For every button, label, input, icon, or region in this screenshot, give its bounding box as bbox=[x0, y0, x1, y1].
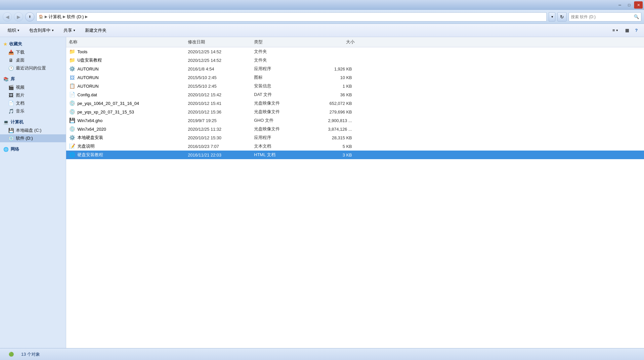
file-name: pe_yqs_xp_20_07_31_15_53 bbox=[77, 110, 134, 114]
file-type: 安装信息 bbox=[251, 83, 311, 89]
table-row[interactable]: 🖼 AUTORUN 2015/5/10 2:45 图标 10 KB bbox=[66, 73, 644, 82]
file-type: DAT 文件 bbox=[251, 92, 311, 98]
table-row[interactable]: 📁 Tools 2020/12/25 14:52 文件夹 bbox=[66, 47, 644, 56]
titlebar: ─ □ ✕ bbox=[0, 0, 644, 10]
file-icon: ⚙️ bbox=[69, 66, 75, 72]
sidebar-item-desktop[interactable]: 🖥 桌面 bbox=[0, 56, 66, 64]
share-button[interactable]: 共享 ▾ bbox=[59, 25, 79, 35]
local-c-label: 本地磁盘 (C:) bbox=[16, 127, 41, 133]
table-row[interactable]: ⚙️ 本地硬盘安装 2020/10/12 15:30 应用程序 28,315 K… bbox=[66, 133, 644, 142]
file-name: 硬盘安装教程 bbox=[77, 152, 103, 158]
maximize-button[interactable]: □ bbox=[625, 1, 633, 9]
sidebar-section-computer-header[interactable]: 💻 计算机 bbox=[0, 118, 66, 126]
sidebar-item-recent[interactable]: 🕐 最近访问的位置 bbox=[0, 64, 66, 72]
sidebar-item-local-c[interactable]: 💾 本地磁盘 (C:) bbox=[0, 126, 66, 134]
file-date: 2020/10/12 15:42 bbox=[185, 92, 251, 97]
table-row[interactable]: 📄 Config.dat 2020/10/12 15:42 DAT 文件 36 … bbox=[66, 90, 644, 99]
file-type: 图标 bbox=[251, 74, 311, 80]
file-size: 652,072 KB bbox=[311, 101, 357, 106]
view-icon: ≡ bbox=[612, 28, 615, 33]
breadcrumb-computer[interactable]: 计算机 bbox=[49, 14, 62, 20]
back-button[interactable]: ◀ bbox=[3, 12, 12, 22]
table-row[interactable]: 📝 光盘说明 2016/10/23 7:07 文本文档 5 KB bbox=[66, 142, 644, 151]
col-header-size[interactable]: 大小 bbox=[311, 38, 357, 46]
minimize-button[interactable]: ─ bbox=[616, 1, 624, 9]
file-date: 2016/1/8 4:54 bbox=[185, 67, 251, 71]
file-icon: 💿 bbox=[69, 100, 75, 107]
file-type: HTML 文档 bbox=[251, 152, 311, 158]
col-header-name[interactable]: 名称 bbox=[66, 38, 185, 46]
file-size: 3 KB bbox=[311, 153, 357, 158]
statusbar-count: 13 个对象 bbox=[21, 351, 40, 357]
file-size: 2,900,813 ... bbox=[311, 118, 357, 123]
preview-pane-button[interactable]: ▦ bbox=[623, 25, 631, 35]
file-size: 5 KB bbox=[311, 144, 357, 149]
help-button[interactable]: ? bbox=[632, 25, 641, 35]
file-date: 2019/9/7 19:25 bbox=[185, 118, 251, 123]
view-arrow: ▾ bbox=[616, 28, 618, 32]
address-dropdown-button[interactable]: ▾ bbox=[549, 12, 555, 22]
file-name: Config.dat bbox=[77, 92, 97, 97]
file-type: 光盘映像文件 bbox=[251, 109, 311, 115]
up-button[interactable]: ⬆ bbox=[25, 12, 34, 22]
music-icon: 🎵 bbox=[8, 108, 14, 114]
sidebar-section-library-header[interactable]: 📚 库 bbox=[0, 75, 66, 83]
sidebar-item-pictures[interactable]: 🖼 图片 bbox=[0, 91, 66, 99]
sidebar-item-video[interactable]: 🎬 视频 bbox=[0, 83, 66, 91]
sidebar-section-network-header[interactable]: 🌐 网络 bbox=[0, 145, 66, 154]
file-name-cell: 📋 AUTORUN bbox=[66, 83, 185, 89]
share-arrow: ▾ bbox=[73, 28, 75, 32]
file-list: 📁 Tools 2020/12/25 14:52 文件夹 📁 U盘安装教程 20… bbox=[66, 47, 644, 159]
sidebar-item-local-d[interactable]: 💿 软件 (D:) bbox=[0, 134, 66, 142]
pictures-label: 图片 bbox=[16, 92, 24, 98]
sidebar-item-downloads[interactable]: 📥 下载 bbox=[0, 48, 66, 56]
table-row[interactable]: 📋 AUTORUN 2015/5/10 2:45 安装信息 1 KB bbox=[66, 82, 644, 90]
file-size: 28,315 KB bbox=[311, 135, 357, 140]
file-name-cell: 📁 Tools bbox=[66, 48, 185, 55]
table-row[interactable]: 💾 Win7x64.gho 2019/9/7 19:25 GHO 文件 2,90… bbox=[66, 116, 644, 125]
recent-label: 最近访问的位置 bbox=[16, 65, 46, 71]
file-size: 1 KB bbox=[311, 84, 357, 89]
computer-label: 计算机 bbox=[11, 119, 23, 125]
breadcrumb-home-icon: 🏠 bbox=[39, 15, 43, 19]
search-input[interactable] bbox=[571, 15, 632, 19]
organize-button[interactable]: 组织 ▾ bbox=[3, 25, 23, 35]
file-name-cell: ⚙️ AUTORUN bbox=[66, 66, 185, 72]
file-type: 应用程序 bbox=[251, 135, 311, 141]
sidebar-item-documents[interactable]: 📄 文档 bbox=[0, 99, 66, 107]
close-button[interactable]: ✕ bbox=[634, 1, 643, 9]
forward-button[interactable]: ▶ bbox=[14, 12, 23, 22]
col-header-type[interactable]: 类型 bbox=[251, 38, 311, 46]
organize-arrow: ▾ bbox=[18, 28, 19, 32]
col-header-date[interactable]: 修改日期 bbox=[185, 38, 251, 46]
sidebar-section-favorites-header[interactable]: ★ 收藏夹 bbox=[0, 40, 66, 48]
file-name: 光盘说明 bbox=[77, 143, 95, 149]
search-bar[interactable]: 🔍 bbox=[569, 12, 641, 22]
library-header-icon: 📚 bbox=[3, 77, 9, 82]
refresh-button[interactable]: ↻ bbox=[557, 12, 567, 22]
new-folder-button[interactable]: 新建文件夹 bbox=[81, 25, 111, 35]
file-date: 2020/10/12 15:30 bbox=[185, 135, 251, 140]
sidebar-section-library: 📚 库 🎬 视频 🖼 图片 📄 文档 🎵 音乐 bbox=[0, 75, 66, 115]
file-size: 1,926 KB bbox=[311, 67, 357, 71]
file-date: 2020/12/25 11:32 bbox=[185, 127, 251, 132]
table-row[interactable]: 💿 pe_yqs_1064_20_07_31_16_04 2020/10/12 … bbox=[66, 99, 644, 108]
statusbar: 🟢 13 个对象 bbox=[0, 348, 644, 360]
sidebar-item-music[interactable]: 🎵 音乐 bbox=[0, 107, 66, 115]
music-label: 音乐 bbox=[16, 108, 24, 114]
column-headers: 名称 修改日期 类型 大小 bbox=[66, 37, 644, 47]
archive-button[interactable]: 包含到库中 ▾ bbox=[25, 25, 58, 35]
breadcrumb-drive[interactable]: 软件 (D:) bbox=[67, 14, 84, 20]
breadcrumb-arrow-3: ▶ bbox=[85, 15, 88, 19]
view-toggle-button[interactable]: ≡ ▾ bbox=[608, 25, 622, 35]
file-type: GHO 文件 bbox=[251, 117, 311, 123]
table-row[interactable]: 💿 pe_yqs_xp_20_07_31_15_53 2020/10/12 15… bbox=[66, 108, 644, 116]
table-row[interactable]: ⚙️ AUTORUN 2016/1/8 4:54 应用程序 1,926 KB bbox=[66, 65, 644, 73]
file-name: U盘安装教程 bbox=[77, 57, 102, 63]
table-row[interactable]: 🌐 硬盘安装教程 2016/11/21 22:03 HTML 文档 3 KB bbox=[66, 151, 644, 159]
table-row[interactable]: 💿 Win7x64_2020 2020/12/25 11:32 光盘映像文件 3… bbox=[66, 125, 644, 133]
sidebar-section-computer: 💻 计算机 💾 本地磁盘 (C:) 💿 软件 (D:) bbox=[0, 118, 66, 142]
table-row[interactable]: 📁 U盘安装教程 2020/12/25 14:52 文件夹 bbox=[66, 56, 644, 65]
recent-icon: 🕐 bbox=[8, 65, 14, 71]
file-type: 应用程序 bbox=[251, 66, 311, 72]
